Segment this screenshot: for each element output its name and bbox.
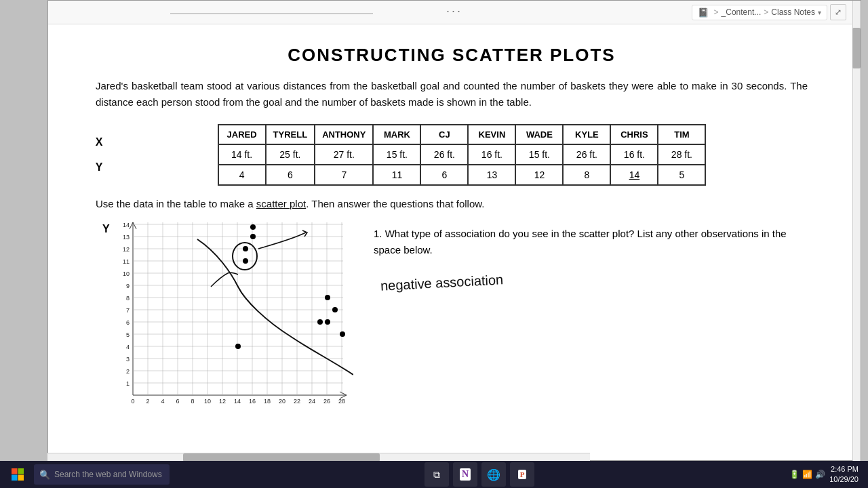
question-1: 1. What type of association do you see i… [374, 226, 808, 258]
cell-tyrell-y: 6 [266, 165, 315, 185]
chrome-icon: 🌐 [487, 468, 500, 481]
graph-area: Y [96, 219, 353, 425]
table-header-row: JARED TYRELL ANTHONY MARK CJ KEVIN WADE … [218, 125, 706, 144]
svg-point-74 [340, 331, 345, 337]
data-points [235, 224, 345, 349]
speaker-icon: 🔊 [815, 470, 825, 479]
cell-anthony-y: 7 [315, 165, 373, 185]
svg-text:10: 10 [123, 270, 130, 277]
cell-cj-y: 6 [420, 165, 468, 185]
axis-labels: X Y [89, 124, 109, 186]
svg-point-72 [325, 295, 330, 300]
horizontal-scrollbar[interactable] [47, 453, 590, 461]
table-row-x: 14 ft. 25 ft. 27 ft. 15 ft. 26 ft. 16 ft… [218, 144, 706, 165]
three-dots-menu[interactable]: ··· [446, 4, 462, 18]
trend-line [197, 239, 353, 375]
expand-button[interactable]: ⤢ [830, 4, 846, 20]
battery-icon: 🔋 [789, 470, 800, 479]
question-number: 1. [374, 228, 382, 239]
handwriting-answer: negative association [374, 268, 808, 291]
svg-text:12: 12 [123, 246, 130, 253]
svg-text:8: 8 [191, 398, 194, 405]
chrome-button[interactable]: 🌐 [481, 462, 506, 487]
svg-point-69 [325, 319, 330, 325]
svg-text:2: 2 [126, 368, 130, 375]
svg-text:20: 20 [279, 398, 285, 405]
task-view-button[interactable]: ⧉ [425, 462, 449, 487]
onenote-icon: N [460, 468, 471, 481]
clock-date: 10/29/20 [829, 474, 859, 485]
svg-text:4: 4 [126, 344, 130, 350]
svg-text:5: 5 [126, 331, 130, 338]
start-button[interactable] [4, 462, 31, 487]
y-axis-row-label: Y [89, 161, 109, 174]
svg-rect-76 [18, 468, 24, 474]
onenote-button[interactable]: N [453, 462, 477, 487]
x-axis-row-label: X [89, 136, 109, 148]
system-icons: 🔋 📶 🔊 [789, 470, 825, 479]
cell-jared-y: 4 [218, 165, 266, 185]
taskbar-search[interactable]: 🔍 Search the web and Windows [34, 464, 170, 485]
main-window: 📓 > _Content... > Class Notes ▾ ⤢ ··· CO… [47, 0, 861, 461]
col-header-kyle: KYLE [563, 125, 610, 144]
cell-tim-x: 28 ft. [658, 144, 705, 165]
powerpoint-icon: P [518, 470, 527, 479]
svg-text:12: 12 [219, 398, 226, 405]
data-table: JARED TYRELL ANTHONY MARK CJ KEVIN WADE … [218, 124, 707, 186]
svg-point-67 [332, 307, 338, 312]
svg-text:Y: Y [102, 223, 110, 235]
svg-text:14: 14 [234, 398, 241, 405]
top-decoration-line [170, 13, 374, 14]
svg-text:18: 18 [264, 398, 271, 405]
cell-cj-x: 26 ft. [420, 144, 468, 165]
col-header-wade: WADE [515, 125, 563, 144]
svg-text:9: 9 [126, 283, 130, 289]
svg-point-65 [235, 344, 241, 349]
taskbar: 🔍 Search the web and Windows ⧉ N 🌐 P 🔋 📶… [0, 461, 868, 488]
svg-text:13: 13 [123, 234, 130, 241]
svg-rect-77 [12, 475, 18, 481]
svg-point-73 [250, 224, 256, 230]
svg-text:22: 22 [294, 398, 300, 405]
intro-paragraph: Jared's basketball team stood at various… [89, 78, 814, 110]
bottom-section: Y [89, 219, 814, 425]
instruction-paragraph: Use the data in the table to make a scat… [89, 198, 814, 209]
task-view-icon: ⧉ [433, 469, 440, 481]
svg-rect-75 [12, 468, 18, 474]
svg-text:11: 11 [123, 258, 130, 265]
svg-point-70 [250, 234, 256, 239]
svg-text:8: 8 [126, 295, 130, 302]
cell-tim-y: 5 [658, 165, 705, 185]
cell-anthony-x: 27 ft. [315, 144, 373, 165]
svg-text:26: 26 [323, 398, 330, 405]
svg-text:10: 10 [204, 398, 211, 405]
document-content: CONSTRUCTING SCATTER PLOTS Jared's baske… [48, 24, 855, 458]
student-answer-text: negative association [380, 272, 504, 293]
system-tray: 🔋 📶 🔊 2:46 PM 10/29/20 [789, 464, 864, 485]
vertical-scroll-thumb[interactable] [852, 28, 861, 68]
notebook-icon: 📓 [698, 7, 709, 18]
breadcrumb[interactable]: 📓 > _Content... > Class Notes ▾ [692, 5, 827, 20]
svg-text:6: 6 [126, 319, 130, 326]
cell-wade-x: 15 ft. [515, 144, 563, 165]
svg-text:1: 1 [126, 380, 130, 387]
wifi-icon: 📶 [802, 470, 812, 479]
svg-text:16: 16 [249, 398, 256, 405]
col-header-tyrell: TYRELL [266, 125, 315, 144]
vertical-scrollbar[interactable] [852, 1, 861, 462]
breadcrumb-sep2: > [764, 7, 768, 17]
table-row-y: 4 6 7 11 6 13 12 8 14 5 [218, 165, 706, 185]
system-clock[interactable]: 2:46 PM 10/29/20 [829, 464, 859, 485]
page-title: CONSTRUCTING SCATTER PLOTS [89, 45, 814, 66]
breadcrumb-dropdown-icon[interactable]: ▾ [818, 9, 821, 16]
breadcrumb-sep1: > [714, 7, 719, 17]
svg-text:7: 7 [126, 307, 130, 314]
cell-kyle-x: 26 ft. [563, 144, 610, 165]
svg-text:6: 6 [176, 398, 179, 405]
scatter-plot-svg: Y [96, 219, 353, 422]
powerpoint-button[interactable]: P [510, 462, 534, 487]
taskbar-middle-icons: ⧉ N 🌐 P [172, 462, 787, 487]
svg-line-5 [340, 392, 347, 395]
breadcrumb-part2: _Content... [722, 7, 762, 17]
col-header-chris: CHRIS [610, 125, 658, 144]
